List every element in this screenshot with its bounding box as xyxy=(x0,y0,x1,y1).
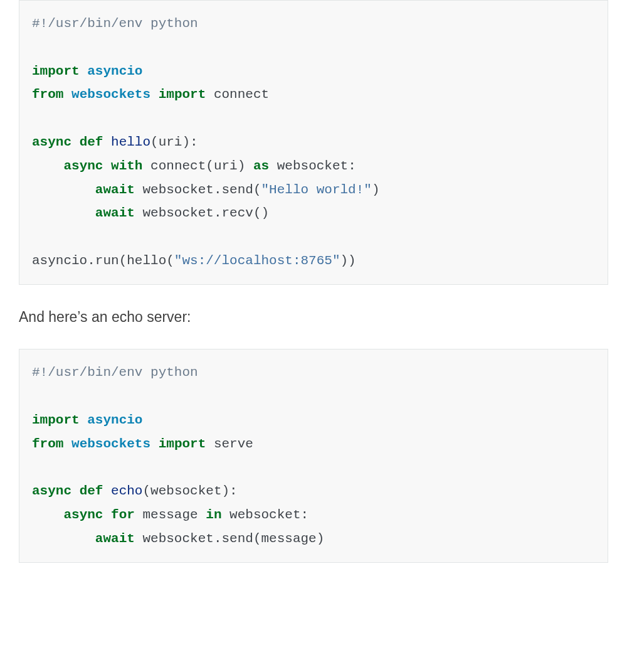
code-token: "ws://localhost:8765" xyxy=(174,253,340,268)
code-token: connect xyxy=(206,87,269,102)
code-token: async xyxy=(63,159,103,173)
code-token: websocket: xyxy=(222,508,309,522)
code-token xyxy=(150,437,159,451)
code-token xyxy=(103,159,111,173)
code-token: asyncio xyxy=(32,253,87,268)
prose-text: And here’s an echo server: xyxy=(19,306,608,328)
code-token: connect(uri) xyxy=(142,159,253,173)
code-token: def xyxy=(80,135,103,149)
code-token xyxy=(32,508,63,522)
code-token: message xyxy=(135,508,206,522)
code-token: import xyxy=(32,413,80,427)
code-token: def xyxy=(80,484,103,498)
code-token xyxy=(80,413,88,427)
code-token: websockets xyxy=(71,87,150,102)
code-token: . xyxy=(214,183,222,197)
code-token xyxy=(32,531,95,546)
code-token xyxy=(103,135,111,149)
code-token xyxy=(71,484,80,498)
code-token xyxy=(63,87,71,102)
code-token xyxy=(63,437,71,451)
code-token: ) xyxy=(372,183,380,197)
code-token xyxy=(32,183,95,197)
code-token: send(message) xyxy=(221,531,324,546)
code-token: (uri): xyxy=(150,135,198,149)
code-token: websocket xyxy=(135,206,214,220)
code-token: asyncio xyxy=(87,413,142,427)
code-token: from xyxy=(32,437,63,451)
code-token: . xyxy=(87,253,95,268)
code-token: import xyxy=(159,87,206,102)
code-content: #!/usr/bin/env python import asyncio fro… xyxy=(32,12,595,273)
code-token: recv() xyxy=(221,206,269,220)
code-token: "Hello world!" xyxy=(261,183,372,197)
code-block: #!/usr/bin/env python import asyncio fro… xyxy=(19,0,608,285)
code-token: async xyxy=(32,484,71,498)
code-token xyxy=(80,64,88,78)
code-token: async xyxy=(32,135,71,149)
code-token: as xyxy=(253,159,269,173)
code-token: websocket xyxy=(135,183,214,197)
code-token: websocket xyxy=(135,531,214,546)
code-token: await xyxy=(95,206,135,220)
code-token: for xyxy=(111,508,135,522)
code-token: hello xyxy=(111,135,150,149)
page: #!/usr/bin/env python import asyncio fro… xyxy=(0,0,627,563)
code-token: (websocket): xyxy=(142,484,237,498)
code-token xyxy=(32,206,95,220)
code-token: websockets xyxy=(71,437,150,451)
code-token: import xyxy=(159,437,206,451)
code-content: #!/usr/bin/env python import asyncio fro… xyxy=(32,361,595,550)
code-token xyxy=(71,135,80,149)
code-token xyxy=(103,484,111,498)
code-token: . xyxy=(214,206,222,220)
code-token: )) xyxy=(340,253,356,268)
code-token: websocket: xyxy=(269,159,356,173)
code-token: run(hello( xyxy=(95,253,174,268)
code-token: await xyxy=(95,183,135,197)
code-token xyxy=(150,87,159,102)
code-token: #!/usr/bin/env python xyxy=(32,16,198,31)
code-token: with xyxy=(111,159,142,173)
code-token: echo xyxy=(111,484,142,498)
code-token: #!/usr/bin/env python xyxy=(32,365,198,380)
code-token: await xyxy=(95,531,135,546)
code-token: import xyxy=(32,64,80,78)
code-token: serve xyxy=(206,437,253,451)
code-token: async xyxy=(63,508,103,522)
code-token: in xyxy=(206,508,221,522)
code-token: send( xyxy=(221,183,261,197)
code-token xyxy=(32,159,63,173)
code-token xyxy=(103,508,111,522)
code-token: . xyxy=(214,531,222,546)
code-token: asyncio xyxy=(87,64,142,78)
code-block: #!/usr/bin/env python import asyncio fro… xyxy=(19,349,608,562)
code-token: from xyxy=(32,87,63,102)
